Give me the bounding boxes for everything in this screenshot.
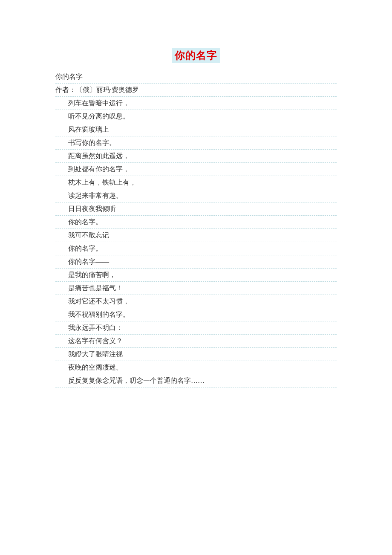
poem-body: 列车在昏暗中运行，听不见分离的叹息。风在窗玻璃上书写你的名字。距离虽然如此遥远，… <box>55 97 337 387</box>
poem-line: 你的名字。 <box>55 216 337 229</box>
poem-line: 你的名字。 <box>55 243 337 255</box>
poem-line: 你的名字—— <box>55 256 337 269</box>
poem-line: 听不见分离的叹息。 <box>55 110 337 123</box>
poem-line: 风在窗玻璃上 <box>55 124 337 136</box>
poem-line: 到处都有你的名字， <box>55 163 337 176</box>
page-title: 你的名字 <box>172 48 220 63</box>
poem-line: 距离虽然如此遥远， <box>55 150 337 163</box>
poem-line: 我瞪大了眼睛注视 <box>55 348 337 361</box>
poem-line: 夜晚的空阔凄迷。 <box>55 361 337 374</box>
poem-subtitle: 你的名字 <box>55 71 337 84</box>
poem-line: 书写你的名字。 <box>55 137 337 150</box>
poem-line: 我永远弄不明白： <box>55 322 337 335</box>
poem-line: 这名字有何含义？ <box>55 335 337 348</box>
poem-line: 读起来非常有趣。 <box>55 190 337 202</box>
poem-line: 我对它还不太习惯， <box>55 295 337 308</box>
poem-author: 作者：〔俄〕丽玛·费奥德罗 <box>55 84 337 97</box>
poem-line: 我可不敢忘记 <box>55 229 337 242</box>
poem-line: 是痛苦也是福气！ <box>55 282 337 295</box>
poem-line: 枕木上有，铁轨上有， <box>55 176 337 189</box>
poem-line: 是我的痛苦啊， <box>55 269 337 282</box>
poem-line: 我不祝福别的名字。 <box>55 309 337 321</box>
poem-line: 日日夜夜我倾听 <box>55 203 337 216</box>
poem-line: 反反复复像念咒语，叨念一个普通的名字…… <box>55 375 337 387</box>
title-container: 你的名字 <box>55 48 337 63</box>
poem-line: 列车在昏暗中运行， <box>55 97 337 110</box>
